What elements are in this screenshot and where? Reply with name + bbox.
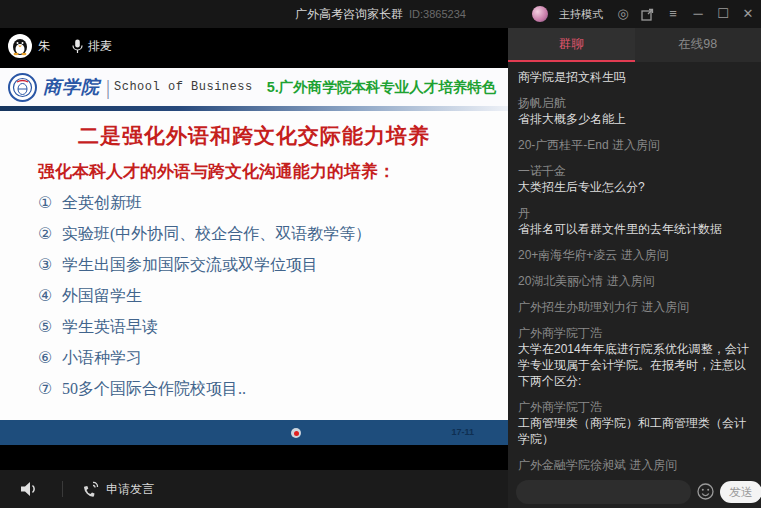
presenter-bar: 朱 排麦 (8, 34, 112, 58)
slide-list: ①全英创新班 ②实验班(中外协同、校企合作、双语教学等） ③学生出国参加国际交流… (38, 187, 508, 404)
tab-online-members[interactable]: 在线98 (635, 28, 761, 62)
request-speak-button[interactable]: 申请发言 (83, 481, 154, 498)
laser-pointer-dot (291, 428, 301, 438)
video-area: 朱 排麦 (0, 28, 508, 470)
slide-list-item: ①全英创新班 (38, 187, 508, 218)
chat-system-message: 广外招生办助理刘力行 进入房间 (518, 299, 751, 315)
chat-tabbar: 群聊 在线98 (508, 28, 761, 62)
slide-list-item: ⑤学生英语早读 (38, 311, 508, 342)
slide-list-item: ②实验班(中外协同、校企合作、双语教学等） (38, 218, 508, 249)
send-button[interactable]: 发送 (720, 481, 761, 503)
room-id: ID:3865234 (409, 8, 466, 20)
presentation-slide: 商学院 | School of Business 5.广外商学院本科专业人才培养… (0, 68, 508, 445)
menu-icon[interactable]: ≡ (666, 0, 680, 28)
app-window: 广外高考咨询家长群 ID:3865234 主持模式 ◎ ≡ ─ ☐ ✕ (0, 0, 761, 508)
slide-list-item: ⑦50多个国际合作院校项目.. (38, 373, 508, 404)
chat-message: 广外商学院丁浩 大学在2014年年底进行院系优化调整，会计学专业现属于会计学院。… (518, 325, 751, 389)
slide-page-number: 17-11 (451, 427, 474, 437)
slide-logo-en: School of Business (114, 80, 253, 94)
slide-section-title: 5.广外商学院本科专业人才培养特色 (267, 78, 497, 97)
host-avatar (532, 6, 548, 22)
speaker-icon (20, 481, 40, 497)
slide-title: 二是强化外语和跨文化交际能力培养 (0, 122, 508, 150)
popout-icon[interactable] (641, 8, 655, 21)
titlebar: 广外高考咨询家长群 ID:3865234 主持模式 ◎ ≡ ─ ☐ ✕ (0, 0, 761, 28)
chat-system-message: 20湖北美丽心情 进入房间 (518, 273, 751, 289)
chat-input-bar: 发送 (508, 475, 761, 508)
chat-system-message: 广外金融学院徐昶斌 进入房间 (518, 457, 751, 473)
mic-queue-button[interactable]: 排麦 (72, 38, 112, 55)
slide-list-item: ⑥小语种学习 (38, 342, 508, 373)
titlebar-controls: 主持模式 ◎ ≡ ─ ☐ ✕ (532, 0, 755, 28)
maximize-icon[interactable]: ☐ (716, 0, 730, 28)
minimize-icon[interactable]: ─ (691, 0, 705, 28)
slide-divider-band (0, 106, 508, 111)
chat-system-message: 20+南海华府+凌云 进入房间 (518, 247, 751, 263)
slide-footer-bar: 17-11 (0, 420, 508, 445)
chat-system-message: 20-广西桂平-End 进入房间 (518, 137, 751, 153)
microphone-icon (72, 39, 83, 54)
bottom-control-bar: 申请发言 (0, 470, 508, 508)
speaker-button[interactable] (20, 481, 40, 497)
close-icon[interactable]: ✕ (741, 0, 755, 28)
chat-message: 广外商学院丁浩 工商管理类（商学院）和工商管理类（会计学院） (518, 399, 751, 447)
presenter-name: 朱 (38, 38, 50, 55)
raise-hand-mic-icon (83, 481, 99, 497)
emoji-icon[interactable] (697, 483, 714, 500)
request-speak-label: 申请发言 (106, 481, 154, 498)
slide-subtitle: 强化本科人才的外语与跨文化沟通能力的培养： (38, 160, 508, 183)
school-logo-icon (8, 73, 37, 102)
chat-message: 扬帆启航 省排大概多少名能上 (518, 95, 751, 127)
presenter-avatar (8, 34, 32, 58)
chat-input[interactable] (516, 480, 691, 504)
chat-message-list[interactable]: 商学院是招文科生吗 扬帆启航 省排大概多少名能上 20-广西桂平-End 进入房… (508, 62, 761, 475)
slide-logo-cn: 商学院 (43, 75, 100, 99)
host-mode-label[interactable]: 主持模式 (559, 7, 603, 22)
room-title: 广外高考咨询家长群 (295, 6, 403, 23)
slide-list-item: ④外国留学生 (38, 280, 508, 311)
chat-message: 丹 省排名可以看群文件里的去年统计数据 (518, 205, 751, 237)
mic-queue-label: 排麦 (88, 38, 112, 55)
chat-message: 一诺千金 大类招生后专业怎么分? (518, 163, 751, 195)
slide-header: 商学院 | School of Business 5.广外商学院本科专业人才培养… (0, 68, 508, 106)
titlebar-center: 广外高考咨询家长群 ID:3865234 (295, 0, 466, 28)
slide-list-item: ③学生出国参加国际交流或双学位项目 (38, 249, 508, 280)
chat-message: 商学院是招文科生吗 (518, 69, 751, 85)
slide-logo-separator: | (106, 76, 110, 99)
settings-icon[interactable]: ◎ (616, 0, 630, 28)
chat-panel: 群聊 在线98 商学院是招文科生吗 扬帆启航 省排大概多少名能上 20-广西桂平… (508, 28, 761, 508)
divider (62, 481, 63, 497)
tab-group-chat[interactable]: 群聊 (508, 28, 635, 62)
